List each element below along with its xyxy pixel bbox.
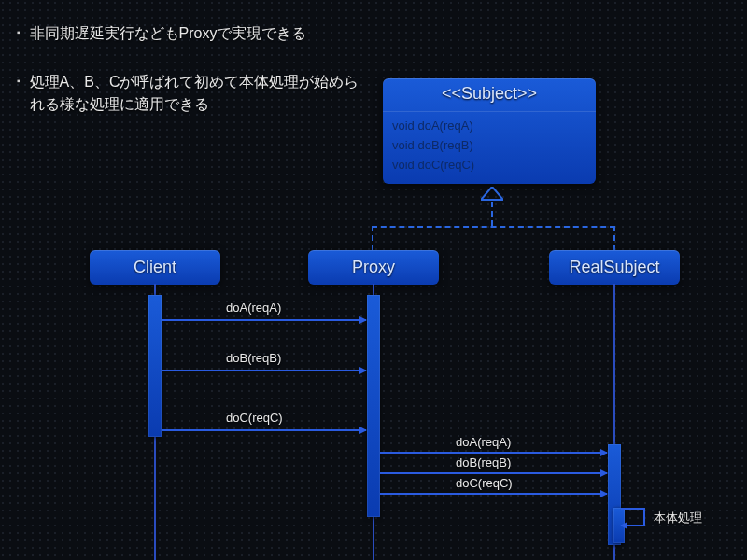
bullet-text: 処理A、B、Cが呼ばれて初めて本体処理が始められる様な処理に適用できる	[30, 71, 372, 116]
self-call-arrow	[621, 508, 645, 526]
subject-methods: void doA(reqA) void doB(reqB) void doC(r…	[383, 112, 596, 184]
message-arrow	[162, 370, 366, 371]
inheritance-dash-vertical	[491, 202, 493, 226]
subject-method: void doA(reqA)	[383, 116, 596, 135]
message-arrow	[380, 452, 607, 454]
square-bullet-icon: ▪	[17, 76, 21, 86]
svg-marker-0	[481, 187, 503, 200]
square-bullet-icon: ▪	[17, 27, 21, 37]
subject-title: <<Subject>>	[383, 78, 596, 112]
inheritance-dash-to-proxy	[372, 226, 374, 250]
inheritance-dash-to-realsubject	[613, 226, 615, 250]
bullet-item: ▪ 処理A、B、Cが呼ばれて初めて本体処理が始められる様な処理に適用できる	[17, 71, 372, 116]
lane-label-proxy: Proxy	[308, 250, 439, 285]
message-label: doA(reqA)	[456, 435, 511, 449]
inheritance-dash-horizontal	[372, 226, 615, 228]
self-call-label: 本体処理	[654, 510, 702, 526]
subject-class-box: <<Subject>> void doA(reqA) void doB(reqB…	[383, 78, 596, 184]
message-arrow	[162, 429, 366, 431]
activation-client	[148, 295, 162, 437]
message-label: doB(reqB)	[456, 455, 511, 469]
message-label: doB(reqB)	[226, 351, 281, 365]
lane-label-realsubject: RealSubject	[549, 250, 680, 285]
bullet-item: ▪ 非同期遅延実行などもProxyで実現できる	[17, 22, 372, 45]
bullet-text: 非同期遅延実行などもProxyで実現できる	[30, 22, 307, 45]
activation-proxy	[367, 295, 380, 517]
subject-method: void doB(reqB)	[383, 135, 596, 155]
bullet-list: ▪ 非同期遅延実行などもProxyで実現できる ▪ 処理A、B、Cが呼ばれて初め…	[17, 22, 372, 142]
subject-method: void doC(reqC)	[383, 155, 596, 175]
message-label: doA(reqA)	[226, 301, 281, 315]
message-label: doC(reqC)	[226, 411, 283, 425]
message-arrow	[162, 319, 366, 321]
message-arrow	[380, 472, 607, 474]
lane-label-client: Client	[90, 250, 220, 285]
message-arrow	[380, 493, 607, 495]
message-label: doC(reqC)	[456, 476, 513, 490]
